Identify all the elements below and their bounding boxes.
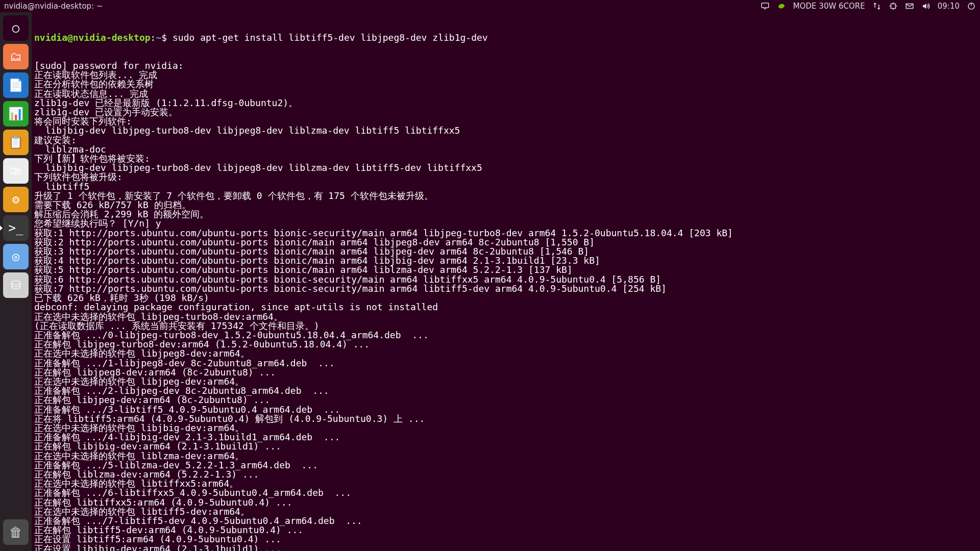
power-icon[interactable] <box>967 2 976 11</box>
terminal-line: debconf: delaying package configuration,… <box>34 303 977 312</box>
terminal-line: 正准备解包 .../1-libjpeg8-dev_8c-2ubuntu8_arm… <box>34 359 977 368</box>
terminal-line: 解压缩后会消耗 2,299 kB 的额外空间。 <box>34 210 977 219</box>
launcher-writer[interactable]: 📄 <box>3 72 29 98</box>
prompt-user-host: nvidia@nvidia-desktop <box>34 32 151 43</box>
network-updown-icon[interactable] <box>872 2 881 11</box>
command-text: sudo apt-get install libtiff5-dev libjpe… <box>173 32 488 43</box>
terminal-line: 下列软件包将被升级: <box>34 172 977 182</box>
status-area: MODE 30W 6CORE 09:10 <box>761 2 976 11</box>
terminal-line: 正在解包 libjbig-dev:arm64 (2.1-3.1build1) .… <box>34 442 977 451</box>
terminal-line: 正在设置 libjbig-dev:arm64 (2.1-3.1build1) .… <box>34 544 977 551</box>
terminal-line: libjbig-dev libjpeg-turbo8-dev libjpeg8-… <box>34 126 977 135</box>
mail-icon[interactable] <box>905 2 914 11</box>
terminal-line: 正准备解包 .../6-libtiffxx5_4.0.9-5ubuntu0.4_… <box>34 488 977 497</box>
terminal-line: libjbig-dev libjpeg-turbo8-dev libjpeg8-… <box>34 163 977 172</box>
window-title: nvidia@nvidia-desktop: ~ <box>4 2 103 11</box>
launcher-dock: ○🗂📄📊📋🛍⚙>_◎⛁🗑 <box>0 12 32 551</box>
launcher-chromium[interactable]: ◎ <box>3 244 29 269</box>
terminal-line: 正在选中未选择的软件包 libjpeg8-dev:arm64。 <box>34 349 977 358</box>
top-menubar: nvidia@nvidia-desktop: ~ MODE 30W 6CORE … <box>0 0 980 12</box>
launcher-ubuntu-dash[interactable]: ○ <box>3 15 29 41</box>
terminal-line: 正在解包 libjpeg-dev:arm64 (8c-2ubuntu8) ... <box>34 395 977 405</box>
terminal-line: 正在分析软件包的依赖关系树 <box>34 80 977 89</box>
terminal-output[interactable]: [sudo] password for nvidia: 正在读取软件包列表...… <box>34 61 977 551</box>
prompt-colon: : <box>151 32 156 43</box>
volume-icon[interactable] <box>921 2 930 11</box>
terminal-line: [sudo] password for nvidia: <box>34 61 977 70</box>
terminal-line: 您希望继续执行吗？ [Y/n] y <box>34 219 977 228</box>
svg-rect-2 <box>891 4 895 9</box>
prompt-path: ~ <box>156 32 161 43</box>
terminal-line: 正在设置 libtiff5:arm64 (4.0.9-5ubuntu0.4) .… <box>34 535 977 544</box>
clock[interactable]: 09:10 <box>938 2 960 11</box>
launcher-impress[interactable]: 📋 <box>3 130 29 155</box>
terminal-line: zlib1g-dev 已设置为手动安装。 <box>34 108 977 117</box>
launcher-software[interactable]: 🛍 <box>3 158 29 184</box>
svg-rect-0 <box>762 3 769 8</box>
svg-rect-5 <box>971 3 972 6</box>
terminal-window[interactable]: nvidia@nvidia-desktop:~$ sudo apt-get in… <box>32 12 980 551</box>
chip-icon[interactable] <box>889 2 898 11</box>
prompt-line[interactable]: nvidia@nvidia-desktop:~$ sudo apt-get in… <box>34 33 977 42</box>
launcher-trash[interactable]: 🗑 <box>3 519 29 545</box>
launcher-terminal[interactable]: >_ <box>3 215 29 241</box>
screen-icon[interactable] <box>761 2 770 11</box>
nvidia-logo-icon[interactable] <box>777 2 786 11</box>
terminal-line: 建议安装: <box>34 136 977 145</box>
svg-rect-1 <box>764 9 767 10</box>
launcher-calc[interactable]: 📊 <box>3 101 29 127</box>
prompt-dollar: $ <box>161 32 167 43</box>
launcher-drive[interactable]: ⛁ <box>3 272 29 298</box>
terminal-line: 正准备解包 .../3-libtiff5_4.0.9-5ubuntu0.4_ar… <box>34 405 977 414</box>
launcher-settings[interactable]: ⚙ <box>3 187 29 212</box>
terminal-line: 获取:5 http://ports.ubuntu.com/ubuntu-port… <box>34 265 977 274</box>
terminal-line: liblzma-doc <box>34 145 977 154</box>
terminal-line: 正在选中未选择的软件包 libjpeg-turbo8-dev:arm64。 <box>34 312 977 321</box>
launcher-files[interactable]: 🗂 <box>3 44 29 69</box>
power-mode-label[interactable]: MODE 30W 6CORE <box>793 2 865 11</box>
